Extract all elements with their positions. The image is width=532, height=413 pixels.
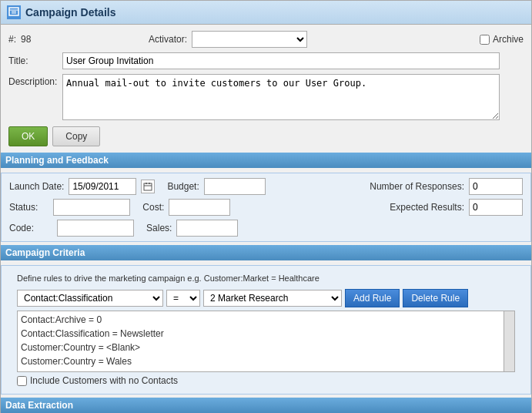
hash-label: #:	[8, 34, 16, 45]
rule-item: Contact:Archive = 0	[21, 313, 511, 327]
delete-rule-button[interactable]: Delete Rule	[403, 289, 468, 307]
calendar-button[interactable]	[141, 180, 155, 193]
include-customers-label: Include Customers with no Contacts	[30, 375, 178, 386]
launch-date-input[interactable]	[69, 178, 136, 195]
hash-value: 98	[21, 34, 52, 45]
include-customers-row: Include Customers with no Contacts	[9, 372, 523, 389]
launch-date-label: Launch Date:	[9, 181, 64, 192]
archive-checkbox-group: Archive	[480, 34, 524, 45]
description-row: Description: Annual mail-out to invite c…	[8, 74, 524, 120]
activator-label: Activator:	[149, 34, 187, 45]
num-responses-label: Number of Responses:	[370, 181, 464, 192]
planning-section: Launch Date: Budget: Number of Responses…	[1, 173, 531, 242]
criteria-rule-row: Contact:Classification = 2 Market Resear…	[9, 286, 523, 311]
description-textarea[interactable]: Annual mail-out to invite customers to o…	[62, 74, 500, 120]
ok-button[interactable]: OK	[8, 126, 48, 146]
expected-results-input[interactable]	[469, 199, 523, 216]
sales-label: Sales:	[146, 223, 172, 233]
expected-results-label: Expected Results:	[390, 202, 464, 213]
svg-rect-4	[144, 183, 152, 190]
budget-label: Budget:	[167, 181, 199, 192]
status-label: Status:	[9, 202, 38, 213]
title-input[interactable]	[62, 52, 500, 69]
form-content: #: 98 Activator: Archive Title: Descript…	[1, 25, 531, 413]
rules-list[interactable]: Contact:Archive = 0 Contact:Classificati…	[17, 311, 515, 372]
criteria-value-select[interactable]: 2 Market Research	[203, 290, 342, 307]
window-icon	[7, 5, 21, 19]
rules-scrollbar[interactable]	[504, 311, 514, 371]
num-responses-input[interactable]	[469, 178, 523, 195]
code-input[interactable]	[57, 220, 134, 237]
data-extraction-header: Data Extraction	[1, 398, 531, 413]
copy-button[interactable]: Copy	[52, 126, 100, 146]
planning-section-header: Planning and Feedback	[1, 153, 531, 168]
add-rule-button[interactable]: Add Rule	[345, 289, 400, 307]
status-input[interactable]	[53, 199, 130, 216]
criteria-description: Define rules to drive the marketing camp…	[9, 270, 523, 286]
archive-checkbox[interactable]	[480, 35, 490, 45]
activator-select[interactable]	[192, 31, 307, 48]
rule-item: Customer:Country = Wales	[21, 354, 511, 368]
code-label: Code:	[9, 223, 34, 233]
criteria-field-select[interactable]: Contact:Classification	[17, 290, 163, 307]
include-customers-checkbox[interactable]	[17, 376, 27, 386]
budget-input[interactable]	[204, 178, 266, 195]
title-label: Title:	[8, 55, 62, 66]
window-title: Campaign Details	[25, 6, 115, 18]
criteria-section-header: Campaign Criteria	[1, 245, 531, 260]
title-row: Title:	[8, 52, 524, 69]
main-window: Campaign Details #: 98 Activator: Archiv…	[0, 0, 532, 413]
cost-input[interactable]	[169, 199, 230, 216]
button-row: OK Copy	[8, 126, 524, 146]
criteria-operator-select[interactable]: =	[166, 290, 200, 307]
sales-input[interactable]	[176, 220, 238, 237]
rule-item: Customer:Country = <Blank>	[21, 341, 511, 354]
archive-label: Archive	[493, 34, 524, 45]
title-bar: Campaign Details	[1, 1, 531, 25]
criteria-section: Define rules to drive the marketing camp…	[1, 265, 531, 395]
rule-item: Contact:Classification = Newsletter	[21, 327, 511, 341]
description-label: Description:	[8, 74, 62, 87]
hash-row: #: 98 Activator: Archive	[8, 31, 524, 48]
cost-label: Cost:	[142, 202, 164, 213]
